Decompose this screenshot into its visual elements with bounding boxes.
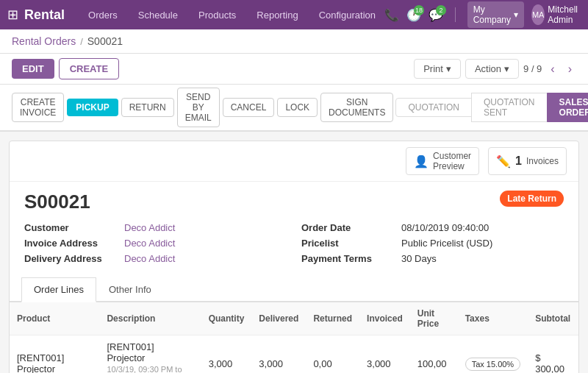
nav-orders[interactable]: Orders	[79, 0, 126, 29]
invoices-label: Invoices	[526, 156, 559, 166]
payment-terms-label: Payment Terms	[301, 253, 397, 264]
notification-wrapper: 🕐 18	[406, 8, 421, 22]
create-invoice-button[interactable]: CREATE INVOICE	[12, 93, 64, 122]
nav-links: Orders Schedule Products Reporting Confi…	[79, 0, 384, 29]
preview-bar: 👤 CustomerPreview ✏️ 1 Invoices	[10, 141, 578, 182]
main-content: 👤 CustomerPreview ✏️ 1 Invoices S00021 L…	[9, 141, 579, 373]
invoices-button[interactable]: ✏️ 1 Invoices	[488, 147, 567, 175]
order-date-row: Order Date 08/10/2019 09:40:00	[301, 222, 564, 233]
sign-documents-button[interactable]: SIGN DOCUMENTS	[320, 93, 393, 122]
notification-badge: 18	[414, 5, 424, 15]
nav-reporting[interactable]: Reporting	[248, 0, 306, 29]
company-chevron: ▾	[514, 10, 518, 20]
brand-logo: Rental	[24, 7, 65, 23]
customer-row: Customer Deco Addict	[24, 222, 287, 233]
nav-schedule[interactable]: Schedule	[129, 0, 187, 29]
user-menu[interactable]: MA Mitchell Admin ▾	[531, 4, 588, 25]
breadcrumb-separator: /	[80, 36, 83, 47]
delivery-address-row: Delivery Address Deco Addict	[24, 253, 287, 264]
stage-indicator: QUOTATION QUOTATION SENT SALES ORDER	[396, 93, 588, 122]
stage-quotation-sent[interactable]: QUOTATION SENT	[471, 93, 548, 122]
action-label: Action	[475, 63, 501, 74]
col-invoiced: Invoiced	[359, 302, 410, 335]
preview-icon: 👤	[414, 154, 429, 168]
cell-returned: 0,00	[306, 335, 359, 374]
print-chevron: ▾	[446, 63, 451, 74]
phone-icon[interactable]: 📞	[384, 8, 399, 22]
cancel-button[interactable]: CANCEL	[223, 98, 275, 117]
col-delivered: Delivered	[251, 302, 306, 335]
top-navigation: ⊞ Rental Orders Schedule Products Report…	[0, 0, 588, 29]
cell-subtotal: $ 300,00	[528, 335, 578, 374]
late-return-badge: Late Return	[500, 191, 564, 207]
table-header-row: Product Description Quantity Delivered R…	[10, 302, 578, 335]
cell-description: [RENT001] Projector10/3/19, 09:30 PM to …	[99, 335, 201, 374]
nav-right: 📞 🕐 18 💬 2 My Company ▾ MA Mitchell Admi…	[384, 1, 588, 28]
pricelist-label: Pricelist	[301, 238, 397, 249]
prev-button[interactable]: ‹	[546, 61, 559, 77]
customer-label: Customer	[24, 222, 120, 233]
order-header: S00021 Late Return	[10, 182, 578, 222]
customer-preview-button[interactable]: 👤 CustomerPreview	[406, 147, 479, 175]
message-wrapper: 💬 2	[429, 8, 443, 22]
user-name: Mitchell Admin	[548, 4, 585, 25]
nav-configuration[interactable]: Configuration	[310, 0, 384, 29]
order-number: S00021	[24, 191, 90, 213]
invoice-address-value[interactable]: Deco Addict	[124, 238, 175, 249]
nav-products[interactable]: Products	[190, 0, 245, 29]
col-returned: Returned	[306, 302, 359, 335]
col-unit-price: Unit Price	[410, 302, 458, 335]
action-chevron: ▾	[504, 63, 509, 74]
action-button[interactable]: Action ▾	[465, 59, 519, 79]
print-label: Print	[423, 63, 443, 74]
status-bar: CREATE INVOICE PICKUP RETURN SEND BY EMA…	[0, 85, 588, 132]
breadcrumb-current: S00021	[87, 35, 123, 47]
stage-sales-order[interactable]: SALES ORDER	[547, 93, 588, 122]
col-quantity: Quantity	[201, 302, 252, 335]
breadcrumb: Rental Orders / S00021	[0, 29, 588, 54]
user-avatar: MA	[531, 4, 545, 25]
col-taxes: Taxes	[458, 302, 528, 335]
pagination-text: 9 / 9	[523, 63, 542, 74]
payment-terms-value: 30 Days	[401, 253, 437, 264]
create-button[interactable]: CREATE	[59, 58, 119, 79]
next-button[interactable]: ›	[564, 61, 576, 77]
customer-preview-label: CustomerPreview	[433, 151, 471, 171]
pricelist-value: Public Pricelist (USD)	[401, 238, 492, 249]
action-bar: EDIT CREATE Print ▾ Action ▾ 9 / 9 ‹ ›	[0, 54, 588, 85]
payment-terms-row: Payment Terms 30 Days	[301, 253, 564, 264]
cell-delivered: 3,000	[251, 335, 306, 374]
col-description: Description	[99, 302, 201, 335]
tab-other-info[interactable]: Other Info	[96, 277, 164, 302]
table-row[interactable]: [RENT001] Projector [RENT001] Projector1…	[10, 335, 578, 374]
invoice-address-row: Invoice Address Deco Addict	[24, 238, 287, 249]
customer-value[interactable]: Deco Addict	[124, 222, 175, 233]
col-product: Product	[10, 302, 99, 335]
cell-quantity: 3,000	[201, 335, 252, 374]
lock-button[interactable]: LOCK	[277, 98, 318, 117]
stage-quotation[interactable]: QUOTATION	[395, 98, 472, 117]
print-button[interactable]: Print ▾	[414, 59, 461, 79]
pricelist-row: Pricelist Public Pricelist (USD)	[301, 238, 564, 249]
order-lines-table: Product Description Quantity Delivered R…	[10, 302, 578, 373]
grid-icon[interactable]: ⊞	[7, 7, 18, 23]
pickup-button[interactable]: PICKUP	[67, 99, 118, 116]
edit-button[interactable]: EDIT	[12, 59, 54, 79]
return-button[interactable]: RETURN	[121, 98, 174, 117]
pagination: 9 / 9 ‹ ›	[523, 61, 576, 77]
delivery-address-label: Delivery Address	[24, 253, 120, 264]
breadcrumb-parent[interactable]: Rental Orders	[12, 35, 76, 47]
tab-order-lines[interactable]: Order Lines	[21, 277, 96, 302]
cell-taxes: Tax 15.00%	[458, 335, 528, 374]
cell-invoiced: 3,000	[359, 335, 410, 374]
order-date-label: Order Date	[301, 222, 397, 233]
cell-unit-price: 100,00	[410, 335, 458, 374]
company-name: My Company	[473, 4, 511, 25]
invoice-address-label: Invoice Address	[24, 238, 120, 249]
invoice-count: 1	[515, 154, 522, 168]
send-email-button[interactable]: SEND BY EMAIL	[177, 88, 220, 127]
order-info: Customer Deco Addict Invoice Address Dec…	[10, 222, 578, 277]
delivery-address-value[interactable]: Deco Addict	[124, 253, 175, 264]
tax-badge: Tax 15.00%	[465, 358, 520, 371]
company-selector[interactable]: My Company ▾	[467, 1, 524, 28]
